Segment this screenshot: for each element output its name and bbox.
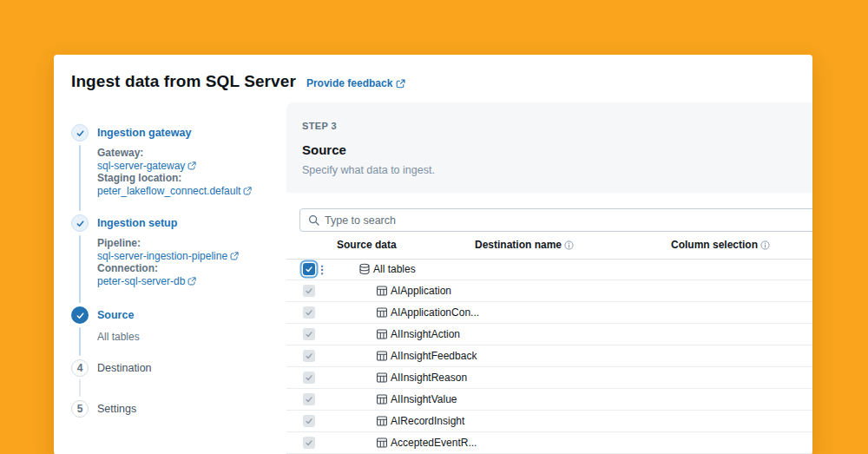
table-icon [376, 372, 388, 387]
table-row: AIInsightValue [286, 389, 812, 411]
step-number-badge: 4 [71, 359, 89, 377]
select-all-checkbox[interactable] [303, 263, 315, 275]
app-window: Ingest data from SQL Server Provide feed… [54, 55, 812, 454]
step-details: Gateway: sql-server-gateway Staging loca… [97, 147, 252, 197]
provide-feedback-link[interactable]: Provide feedback [306, 77, 405, 89]
row-checkbox[interactable] [303, 437, 315, 449]
column-header-destination-name: Destination name [475, 239, 574, 251]
step-label: Ingestion setup [97, 217, 177, 229]
database-icon [358, 263, 371, 279]
row-label: AIInsightFeedback [391, 345, 477, 367]
column-header-label: Source data [337, 239, 397, 251]
row-checkbox[interactable] [303, 415, 315, 427]
table-icon [376, 328, 388, 344]
step-source-sublabel: All tables [97, 331, 140, 343]
table-row: AIApplication [286, 280, 812, 302]
step-label: Settings [97, 403, 136, 415]
step-done-check-icon [71, 124, 89, 141]
table-body: ⋮ All tables AIApplication AIApplication… [286, 259, 812, 454]
search-box[interactable]: Type to search [299, 208, 812, 232]
table-icon [376, 306, 388, 322]
column-header-column-selection: Column selection [671, 239, 770, 251]
row-checkbox[interactable] [303, 328, 315, 340]
external-link-icon [396, 79, 405, 89]
pipeline-link[interactable]: sql-server-ingestion-pipeline [97, 250, 239, 263]
row-label: AIInsightValue [391, 389, 457, 411]
column-header-label: Destination name [475, 239, 562, 251]
step-destination-header[interactable]: 4 Destination [71, 359, 152, 377]
step-settings: 5 Settings [71, 400, 136, 418]
row-label: AIApplication [391, 280, 451, 302]
step-ingestion-setup-header[interactable]: Ingestion setup [71, 214, 239, 232]
row-checkbox[interactable] [303, 306, 315, 319]
gateway-link-label: sql-server-gateway [97, 160, 185, 173]
table-row: AIRecordInsight [286, 411, 812, 432]
row-label: AIRecordInsight [391, 411, 464, 432]
wizard-stepper: Ingestion gateway Gateway: sql-server-ga… [71, 122, 279, 435]
step-source-header[interactable]: Source [71, 306, 140, 324]
step-settings-header[interactable]: 5 Settings [71, 400, 136, 418]
row-label: AIApplicationCon... [391, 302, 479, 324]
window-header: Ingest data from SQL Server Provide feed… [71, 72, 405, 91]
external-link-icon [187, 277, 196, 286]
step-label: Destination [97, 362, 152, 374]
main-panel: STEP 3 Source Specify what data to inges… [286, 102, 812, 454]
table-icon [376, 285, 388, 300]
column-header-label: Column selection [671, 239, 758, 251]
table-row: AIInsightFeedback [286, 345, 812, 367]
table-row: AIInsightReason [286, 367, 812, 389]
row-checkbox[interactable] [303, 393, 315, 405]
step-connector [79, 379, 81, 397]
table-icon [376, 350, 388, 365]
row-label: AcceptedEventR... [391, 432, 477, 454]
row-label: AIInsightReason [391, 367, 467, 389]
row-label: All tables [373, 259, 416, 280]
row-label: AIInsightAction [391, 324, 460, 345]
pipeline-link-label: sql-server-ingestion-pipeline [97, 250, 227, 263]
detail-label: Staging location: [97, 172, 252, 185]
section-subtitle: Specify what data to ingest. [302, 164, 435, 176]
staging-location-link-label: peter_lakeflow_connect.default [97, 185, 240, 198]
table-header: Source data Destination name Column sele… [286, 234, 812, 259]
step-done-check-icon [71, 214, 89, 232]
row-checkbox[interactable] [303, 350, 315, 362]
external-link-icon [187, 161, 196, 170]
step-label: Ingestion gateway [97, 127, 191, 139]
external-link-icon [243, 187, 252, 195]
step-source: Source All tables [71, 306, 140, 343]
table-icon [376, 437, 388, 452]
page-title: Ingest data from SQL Server [71, 72, 296, 91]
row-checkbox[interactable] [303, 285, 315, 297]
step-ingestion-gateway-header[interactable]: Ingestion gateway [71, 124, 252, 141]
row-checkbox[interactable] [303, 372, 315, 384]
table-row-all-tables: ⋮ All tables [286, 259, 812, 280]
step-number-badge: 5 [71, 400, 89, 418]
table-icon [376, 415, 388, 431]
section-title: Source [302, 142, 346, 157]
info-icon[interactable] [564, 240, 574, 250]
table-row: AcceptedEventR... [286, 432, 812, 454]
external-link-icon [230, 252, 239, 260]
detail-label: Connection: [97, 262, 239, 275]
connection-link-label: peter-sql-server-db [97, 275, 185, 288]
detail-label: Pipeline: [97, 237, 239, 250]
column-header-source-data: Source data [337, 239, 397, 251]
table-icon [376, 393, 388, 409]
step-active-check-icon [71, 306, 89, 324]
step-header-panel: STEP 3 Source Specify what data to inges… [286, 102, 812, 193]
info-icon[interactable] [760, 240, 770, 250]
table-row: AIApplicationCon... [286, 302, 812, 324]
step-ingestion-gateway: Ingestion gateway Gateway: sql-server-ga… [71, 124, 252, 197]
step-ingestion-setup: Ingestion setup Pipeline: sql-server-ing… [71, 214, 239, 287]
step-details: Pipeline: sql-server-ingestion-pipeline … [97, 237, 239, 287]
gateway-link[interactable]: sql-server-gateway [97, 160, 196, 173]
connection-link[interactable]: peter-sql-server-db [97, 275, 196, 288]
kebab-menu-icon[interactable]: ⋮ [318, 259, 326, 280]
provide-feedback-label: Provide feedback [306, 77, 392, 89]
staging-location-link[interactable]: peter_lakeflow_connect.default [97, 185, 252, 198]
detail-label: Gateway: [97, 147, 252, 160]
step-label: Source [97, 309, 134, 321]
step-destination: 4 Destination [71, 359, 152, 377]
table-row: AIInsightAction [286, 324, 812, 345]
step-eyebrow: STEP 3 [302, 121, 337, 131]
